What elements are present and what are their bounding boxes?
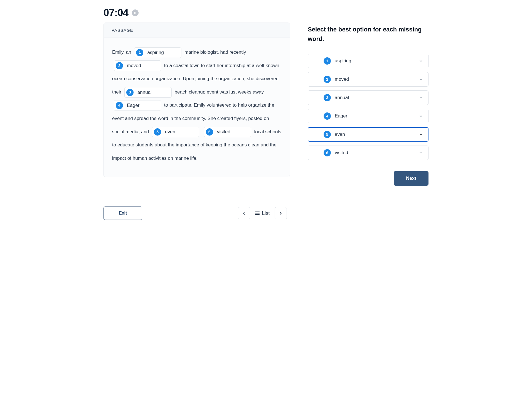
blank-word: annual — [137, 89, 152, 96]
chevron-down-icon — [419, 132, 423, 137]
passage-card: PASSAGE Emily, an 1 aspiring marine biol… — [104, 23, 290, 177]
blank-2: 2 moved — [114, 60, 161, 71]
blank-word: even — [165, 129, 175, 135]
option-select-6[interactable]: 6 visited — [308, 146, 428, 160]
blank-number-badge: 4 — [116, 102, 123, 109]
chevron-down-icon — [419, 114, 423, 118]
option-select-1[interactable]: 1 aspiring — [308, 54, 428, 68]
answers-column: Select the best option for each missing … — [308, 23, 428, 186]
blank-3: 3 annual — [124, 87, 172, 98]
option-selected-value: visited — [335, 150, 419, 156]
option-select-2[interactable]: 2 moved — [308, 72, 428, 87]
chevron-down-icon — [419, 59, 423, 63]
next-question-button[interactable] — [275, 207, 287, 219]
list-icon — [255, 212, 260, 215]
blank-word: Eager — [127, 102, 139, 109]
option-number-badge: 3 — [324, 94, 331, 101]
exit-button[interactable]: Exit — [104, 207, 142, 220]
chevron-left-icon — [242, 211, 247, 216]
blank-number-badge: 1 — [136, 49, 143, 56]
pause-icon — [134, 12, 136, 14]
timer-display: 07:04 — [104, 7, 129, 19]
footer-nav: Exit List — [104, 198, 428, 220]
prev-question-button[interactable] — [238, 207, 250, 219]
option-selected-value: aspiring — [335, 58, 419, 64]
option-select-5[interactable]: 5 even — [308, 127, 428, 142]
next-button[interactable]: Next — [394, 171, 428, 186]
option-number-badge: 1 — [324, 57, 331, 65]
passage-body: Emily, an 1 aspiring marine biologist, h… — [104, 38, 290, 177]
blank-number-badge: 2 — [116, 62, 123, 69]
pause-button[interactable] — [132, 9, 139, 16]
passage-header: PASSAGE — [104, 23, 290, 38]
option-selected-value: moved — [335, 77, 419, 82]
blank-number-badge: 5 — [154, 128, 161, 136]
passage-segment: Emily, an — [112, 50, 132, 55]
question-list-button[interactable]: List — [255, 210, 270, 216]
option-number-badge: 6 — [324, 149, 331, 156]
blank-4: 4 Eager — [114, 100, 161, 111]
blank-word: moved — [127, 62, 141, 69]
option-select-4[interactable]: 4 Eager — [308, 109, 428, 123]
chevron-down-icon — [419, 95, 423, 100]
blank-word: aspiring — [147, 49, 164, 56]
blank-word: visited — [217, 129, 230, 135]
option-selected-value: Eager — [335, 113, 419, 119]
option-select-3[interactable]: 3 annual — [308, 90, 428, 105]
chevron-down-icon — [419, 151, 423, 155]
blank-5: 5 even — [152, 127, 199, 137]
blank-1: 1 aspiring — [134, 47, 181, 58]
blank-number-badge: 6 — [206, 128, 213, 136]
chevron-down-icon — [419, 77, 423, 82]
blank-6: 6 visited — [204, 127, 251, 137]
option-number-badge: 2 — [324, 76, 331, 83]
instruction-text: Select the best option for each missing … — [308, 25, 428, 44]
blank-number-badge: 3 — [126, 89, 134, 96]
option-selected-value: even — [335, 132, 419, 137]
list-label: List — [262, 210, 270, 216]
option-selected-value: annual — [335, 95, 419, 100]
option-number-badge: 4 — [324, 112, 331, 120]
option-number-badge: 5 — [324, 131, 331, 138]
passage-segment: beach cleanup event was just weeks away. — [175, 89, 265, 95]
chevron-right-icon — [278, 211, 283, 216]
passage-segment: marine biologist, had recently — [184, 50, 246, 55]
